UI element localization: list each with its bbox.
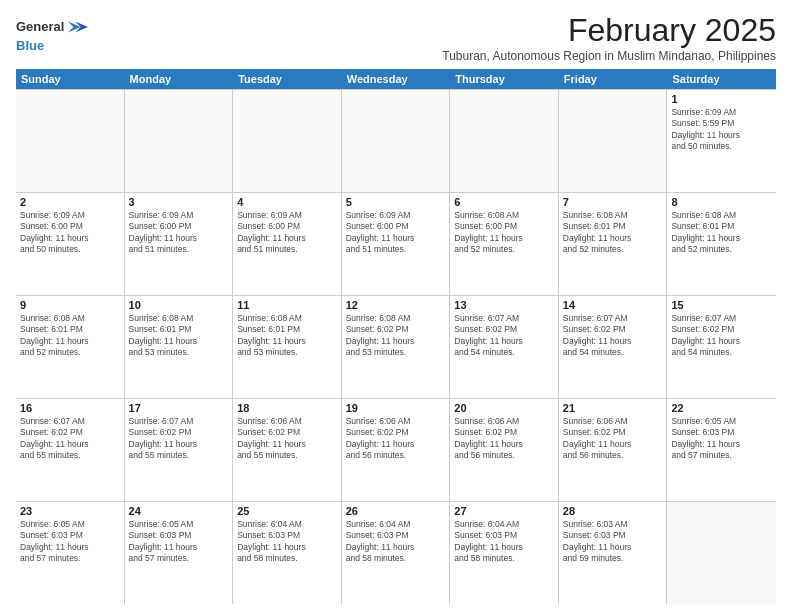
calendar-cell-r2-c0: 9Sunrise: 6:08 AM Sunset: 6:01 PM Daylig… <box>16 296 125 398</box>
calendar-cell-r3-c6: 22Sunrise: 6:05 AM Sunset: 6:03 PM Dayli… <box>667 399 776 501</box>
header-sunday: Sunday <box>16 69 125 89</box>
calendar-cell-r1-c5: 7Sunrise: 6:08 AM Sunset: 6:01 PM Daylig… <box>559 193 668 295</box>
logo-text-blue: Blue <box>16 38 88 54</box>
calendar-cell-r0-c4 <box>450 90 559 192</box>
calendar-cell-r1-c4: 6Sunrise: 6:08 AM Sunset: 6:00 PM Daylig… <box>450 193 559 295</box>
day-info-7: Sunrise: 6:08 AM Sunset: 6:01 PM Dayligh… <box>563 210 663 256</box>
day-info-10: Sunrise: 6:08 AM Sunset: 6:01 PM Dayligh… <box>129 313 229 359</box>
day-number-21: 21 <box>563 402 663 414</box>
calendar-cell-r0-c6: 1Sunrise: 6:09 AM Sunset: 5:59 PM Daylig… <box>667 90 776 192</box>
page: General Blue February 2025 Tuburan, Auto… <box>0 0 792 612</box>
day-info-6: Sunrise: 6:08 AM Sunset: 6:00 PM Dayligh… <box>454 210 554 256</box>
calendar-cell-r4-c6 <box>667 502 776 604</box>
day-info-4: Sunrise: 6:09 AM Sunset: 6:00 PM Dayligh… <box>237 210 337 256</box>
header-wednesday: Wednesday <box>342 69 451 89</box>
day-info-8: Sunrise: 6:08 AM Sunset: 6:01 PM Dayligh… <box>671 210 772 256</box>
header-monday: Monday <box>125 69 234 89</box>
calendar-cell-r4-c3: 26Sunrise: 6:04 AM Sunset: 6:03 PM Dayli… <box>342 502 451 604</box>
calendar-cell-r3-c0: 16Sunrise: 6:07 AM Sunset: 6:02 PM Dayli… <box>16 399 125 501</box>
day-number-20: 20 <box>454 402 554 414</box>
day-info-16: Sunrise: 6:07 AM Sunset: 6:02 PM Dayligh… <box>20 416 120 462</box>
calendar-cell-r0-c3 <box>342 90 451 192</box>
calendar-cell-r1-c6: 8Sunrise: 6:08 AM Sunset: 6:01 PM Daylig… <box>667 193 776 295</box>
calendar-cell-r3-c4: 20Sunrise: 6:06 AM Sunset: 6:02 PM Dayli… <box>450 399 559 501</box>
calendar-cell-r2-c4: 13Sunrise: 6:07 AM Sunset: 6:02 PM Dayli… <box>450 296 559 398</box>
day-number-7: 7 <box>563 196 663 208</box>
calendar-cell-r1-c2: 4Sunrise: 6:09 AM Sunset: 6:00 PM Daylig… <box>233 193 342 295</box>
day-info-22: Sunrise: 6:05 AM Sunset: 6:03 PM Dayligh… <box>671 416 772 462</box>
calendar-cell-r4-c2: 25Sunrise: 6:04 AM Sunset: 6:03 PM Dayli… <box>233 502 342 604</box>
day-number-18: 18 <box>237 402 337 414</box>
calendar-cell-r4-c5: 28Sunrise: 6:03 AM Sunset: 6:03 PM Dayli… <box>559 502 668 604</box>
calendar-cell-r3-c1: 17Sunrise: 6:07 AM Sunset: 6:02 PM Dayli… <box>125 399 234 501</box>
day-number-10: 10 <box>129 299 229 311</box>
calendar-cell-r0-c0 <box>16 90 125 192</box>
calendar-cell-r2-c3: 12Sunrise: 6:08 AM Sunset: 6:02 PM Dayli… <box>342 296 451 398</box>
calendar-cell-r1-c0: 2Sunrise: 6:09 AM Sunset: 6:00 PM Daylig… <box>16 193 125 295</box>
day-info-14: Sunrise: 6:07 AM Sunset: 6:02 PM Dayligh… <box>563 313 663 359</box>
logo-arrow-icon <box>66 16 88 38</box>
day-number-2: 2 <box>20 196 120 208</box>
calendar-cell-r4-c1: 24Sunrise: 6:05 AM Sunset: 6:03 PM Dayli… <box>125 502 234 604</box>
calendar-cell-r1-c1: 3Sunrise: 6:09 AM Sunset: 6:00 PM Daylig… <box>125 193 234 295</box>
day-number-27: 27 <box>454 505 554 517</box>
logo-text-general: General <box>16 19 64 35</box>
calendar-cell-r3-c5: 21Sunrise: 6:06 AM Sunset: 6:02 PM Dayli… <box>559 399 668 501</box>
calendar-row-3: 16Sunrise: 6:07 AM Sunset: 6:02 PM Dayli… <box>16 399 776 502</box>
calendar-cell-r2-c5: 14Sunrise: 6:07 AM Sunset: 6:02 PM Dayli… <box>559 296 668 398</box>
day-info-27: Sunrise: 6:04 AM Sunset: 6:03 PM Dayligh… <box>454 519 554 565</box>
day-info-1: Sunrise: 6:09 AM Sunset: 5:59 PM Dayligh… <box>671 107 772 153</box>
month-year-title: February 2025 <box>442 12 776 49</box>
logo: General Blue <box>16 16 88 54</box>
day-number-3: 3 <box>129 196 229 208</box>
day-number-19: 19 <box>346 402 446 414</box>
calendar: Sunday Monday Tuesday Wednesday Thursday… <box>16 69 776 604</box>
header-tuesday: Tuesday <box>233 69 342 89</box>
day-number-13: 13 <box>454 299 554 311</box>
day-info-15: Sunrise: 6:07 AM Sunset: 6:02 PM Dayligh… <box>671 313 772 359</box>
calendar-cell-r2-c1: 10Sunrise: 6:08 AM Sunset: 6:01 PM Dayli… <box>125 296 234 398</box>
calendar-row-1: 2Sunrise: 6:09 AM Sunset: 6:00 PM Daylig… <box>16 193 776 296</box>
day-number-23: 23 <box>20 505 120 517</box>
day-number-9: 9 <box>20 299 120 311</box>
day-info-17: Sunrise: 6:07 AM Sunset: 6:02 PM Dayligh… <box>129 416 229 462</box>
day-info-28: Sunrise: 6:03 AM Sunset: 6:03 PM Dayligh… <box>563 519 663 565</box>
calendar-cell-r1-c3: 5Sunrise: 6:09 AM Sunset: 6:00 PM Daylig… <box>342 193 451 295</box>
calendar-header: Sunday Monday Tuesday Wednesday Thursday… <box>16 69 776 89</box>
calendar-cell-r0-c2 <box>233 90 342 192</box>
day-number-12: 12 <box>346 299 446 311</box>
calendar-row-2: 9Sunrise: 6:08 AM Sunset: 6:01 PM Daylig… <box>16 296 776 399</box>
day-number-4: 4 <box>237 196 337 208</box>
day-info-5: Sunrise: 6:09 AM Sunset: 6:00 PM Dayligh… <box>346 210 446 256</box>
header-saturday: Saturday <box>667 69 776 89</box>
calendar-body: 1Sunrise: 6:09 AM Sunset: 5:59 PM Daylig… <box>16 89 776 604</box>
day-info-18: Sunrise: 6:06 AM Sunset: 6:02 PM Dayligh… <box>237 416 337 462</box>
day-number-24: 24 <box>129 505 229 517</box>
day-number-22: 22 <box>671 402 772 414</box>
day-info-13: Sunrise: 6:07 AM Sunset: 6:02 PM Dayligh… <box>454 313 554 359</box>
calendar-cell-r2-c6: 15Sunrise: 6:07 AM Sunset: 6:02 PM Dayli… <box>667 296 776 398</box>
day-number-17: 17 <box>129 402 229 414</box>
day-info-24: Sunrise: 6:05 AM Sunset: 6:03 PM Dayligh… <box>129 519 229 565</box>
calendar-row-0: 1Sunrise: 6:09 AM Sunset: 5:59 PM Daylig… <box>16 90 776 193</box>
day-number-26: 26 <box>346 505 446 517</box>
header-thursday: Thursday <box>450 69 559 89</box>
calendar-cell-r4-c4: 27Sunrise: 6:04 AM Sunset: 6:03 PM Dayli… <box>450 502 559 604</box>
calendar-cell-r0-c1 <box>125 90 234 192</box>
day-number-5: 5 <box>346 196 446 208</box>
day-info-25: Sunrise: 6:04 AM Sunset: 6:03 PM Dayligh… <box>237 519 337 565</box>
day-info-20: Sunrise: 6:06 AM Sunset: 6:02 PM Dayligh… <box>454 416 554 462</box>
calendar-cell-r3-c3: 19Sunrise: 6:06 AM Sunset: 6:02 PM Dayli… <box>342 399 451 501</box>
header: General Blue February 2025 Tuburan, Auto… <box>16 12 776 63</box>
day-info-3: Sunrise: 6:09 AM Sunset: 6:00 PM Dayligh… <box>129 210 229 256</box>
day-info-11: Sunrise: 6:08 AM Sunset: 6:01 PM Dayligh… <box>237 313 337 359</box>
title-block: February 2025 Tuburan, Autonomous Region… <box>442 12 776 63</box>
day-number-28: 28 <box>563 505 663 517</box>
day-info-23: Sunrise: 6:05 AM Sunset: 6:03 PM Dayligh… <box>20 519 120 565</box>
day-number-11: 11 <box>237 299 337 311</box>
day-number-1: 1 <box>671 93 772 105</box>
day-info-9: Sunrise: 6:08 AM Sunset: 6:01 PM Dayligh… <box>20 313 120 359</box>
header-friday: Friday <box>559 69 668 89</box>
location-subtitle: Tuburan, Autonomous Region in Muslim Min… <box>442 49 776 63</box>
day-info-26: Sunrise: 6:04 AM Sunset: 6:03 PM Dayligh… <box>346 519 446 565</box>
